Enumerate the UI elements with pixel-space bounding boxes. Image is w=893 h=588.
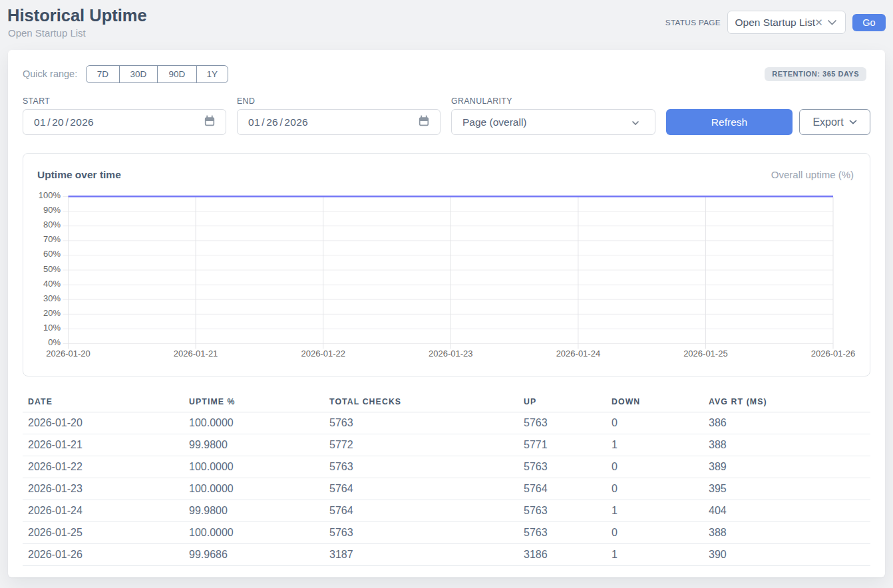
svg-text:50%: 50% bbox=[43, 264, 61, 274]
svg-text:70%: 70% bbox=[43, 234, 61, 244]
svg-text:60%: 60% bbox=[43, 249, 61, 259]
svg-text:40%: 40% bbox=[43, 279, 61, 289]
svg-text:0%: 0% bbox=[48, 337, 61, 347]
svg-text:100%: 100% bbox=[39, 190, 61, 200]
svg-text:80%: 80% bbox=[43, 220, 61, 229]
svg-text:2026-01-20: 2026-01-20 bbox=[46, 349, 90, 359]
svg-text:90%: 90% bbox=[43, 205, 61, 215]
svg-text:2026-01-25: 2026-01-25 bbox=[683, 349, 728, 359]
svg-text:30%: 30% bbox=[43, 293, 61, 303]
svg-text:20%: 20% bbox=[43, 308, 61, 318]
svg-text:2026-01-21: 2026-01-21 bbox=[174, 349, 218, 359]
svg-text:2026-01-26: 2026-01-26 bbox=[811, 349, 856, 359]
svg-text:2026-01-24: 2026-01-24 bbox=[556, 349, 601, 359]
svg-text:2026-01-23: 2026-01-23 bbox=[429, 349, 473, 359]
svg-text:10%: 10% bbox=[43, 323, 61, 333]
svg-text:2026-01-22: 2026-01-22 bbox=[301, 349, 345, 359]
